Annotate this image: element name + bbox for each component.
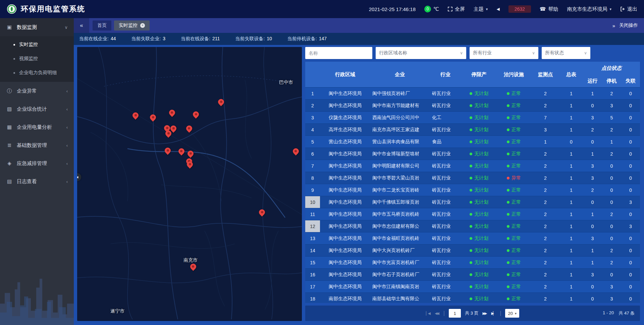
table-row[interactable]: 14阆中生态环境局阆中大兴页岩机砖厂砖瓦行业无计划正常21120 xyxy=(305,245,640,257)
map-pin-icon[interactable] xyxy=(132,112,139,121)
table-row[interactable]: 8阆中生态环境局阆中市枣碧大梁山页岩砖瓦行业无计划异常21300 xyxy=(305,172,640,184)
table-row[interactable]: 5营山生态环境局营山县润丰肉食品有限食品无计划正常10010 xyxy=(305,136,640,148)
limit-cell: 无计划 xyxy=(462,245,496,256)
stat-item: 当前失联设备:10 xyxy=(235,36,272,42)
status-dot-icon xyxy=(470,225,472,228)
map-pin-icon[interactable] xyxy=(193,111,199,120)
prev-page-button[interactable]: ◀◀ xyxy=(435,311,439,316)
fullscreen-button[interactable]: 全屏 xyxy=(448,6,465,12)
status-text: 无计划 xyxy=(474,199,488,205)
status-dot-icon xyxy=(470,273,472,276)
tab-首页[interactable]: 首页 xyxy=(93,20,111,31)
next-page-button[interactable]: ▶▶ xyxy=(482,311,487,316)
table-row[interactable]: 12阆中生态环境局阆中市忠信建材有限公砖瓦行业无计划正常21003 xyxy=(305,220,640,232)
map-pin-icon[interactable] xyxy=(150,114,156,123)
sidebar-section[interactable]: ▤日志查看‹ xyxy=(0,172,74,191)
facility-cell: 正常 xyxy=(496,124,531,136)
table-row[interactable]: 13阆中生态环境局阆中市金福旺页岩机砖砖瓦行业无计划正常21300 xyxy=(305,232,640,245)
map-pin-icon[interactable] xyxy=(169,109,175,118)
theme-dropdown[interactable]: 主题 ▾ xyxy=(474,6,488,12)
help-button[interactable]: ☎ 帮助 xyxy=(540,6,558,12)
region-cell: 阆中生态环境局 xyxy=(320,245,370,256)
chevron-collapsed-icon: ‹ xyxy=(66,107,68,112)
table-row[interactable]: 3仪陇生态环境局西南油气田分公司川中化工无计划正常71350 xyxy=(305,112,640,124)
region-filter-select[interactable]: 行政区域名称 ∨ xyxy=(376,47,466,59)
map-pin-icon[interactable] xyxy=(259,209,265,218)
map-pin-icon[interactable] xyxy=(164,147,171,156)
name-filter-input[interactable] xyxy=(305,47,372,59)
map-pin-icon[interactable] xyxy=(178,148,185,157)
region-cell: 阆中生态环境局 xyxy=(320,160,370,172)
table-row[interactable]: 1阆中生态环境局阆中强锐页岩砖厂砖瓦行业无计划正常21120 xyxy=(305,88,640,100)
table-row[interactable]: 7阆中生态环境局阆中明阳建材有限公司砖瓦行业无计划正常21300 xyxy=(305,160,640,172)
map-canvas[interactable]: 巴中市南充市遂宁市 ◀ xyxy=(77,47,302,321)
map-pin-icon[interactable] xyxy=(186,161,193,170)
page-size-select[interactable]: 20 ▾ xyxy=(505,309,519,318)
tab-scroll-right-button[interactable]: » xyxy=(612,23,615,29)
sidebar-subitem[interactable]: 企业电力负荷明细 xyxy=(0,66,74,80)
industry-cell: 砖瓦行业 xyxy=(429,184,462,196)
chevron-down-icon: ▾ xyxy=(609,7,611,11)
notice-count-badge[interactable]: 2632 xyxy=(508,5,531,13)
tab-实时监控[interactable]: 实时监控× xyxy=(114,20,150,31)
sidebar-section[interactable]: ⓘ企业异常‹ xyxy=(0,82,74,100)
sidebar-section-label: 企业综合统计 xyxy=(17,106,62,112)
tab-close-icon[interactable]: × xyxy=(140,23,145,28)
table-row[interactable]: 18南部生态环境局南部县础华土陶有限公砖瓦行业无计划正常21030 xyxy=(305,293,640,303)
first-page-button[interactable]: ▏◀ xyxy=(426,311,431,316)
map-pin-icon[interactable] xyxy=(218,99,224,107)
map-pin-icon[interactable] xyxy=(186,125,193,134)
map-pin-icon[interactable] xyxy=(190,263,197,272)
lost-cell: 0 xyxy=(621,257,640,268)
stop-cell: 0 xyxy=(602,220,621,232)
chevron-down-icon: ▾ xyxy=(486,7,488,11)
status-dot-icon xyxy=(470,237,472,240)
speaker-button[interactable]: ◀ xyxy=(496,7,499,11)
sidebar-subitem[interactable]: 实时监控 xyxy=(0,38,74,52)
table-row[interactable]: 11阆中生态环境局阆中市五马桥页岩机砖砖瓦行业无计划正常21120 xyxy=(305,208,640,220)
company-cell: 阆中市光富页岩机砖厂 xyxy=(370,257,429,268)
meter-cell: 1 xyxy=(559,148,583,160)
meter-cell: 1 xyxy=(559,293,583,303)
page-number-input[interactable]: 1 xyxy=(449,309,461,318)
sidebar-section[interactable]: ▣数据监测∨ xyxy=(0,18,74,36)
stop-cell: 0 xyxy=(602,184,621,196)
chevron-collapsed-icon: ‹ xyxy=(66,89,68,94)
map-pin-icon[interactable] xyxy=(292,148,299,157)
row-number-cell: 1 xyxy=(305,88,320,99)
status-dot-icon xyxy=(507,177,509,179)
status-dot-icon xyxy=(507,237,509,240)
sidebar-section[interactable]: ▧企业综合统计‹ xyxy=(0,100,74,118)
meter-cell: 1 xyxy=(559,281,583,292)
status-text: 无计划 xyxy=(474,211,488,217)
last-page-button[interactable]: ▶▏ xyxy=(491,311,496,316)
table-row[interactable]: 4高坪生态环境局南充市高坪区王家店建砖瓦行业无计划正常31220 xyxy=(305,124,640,136)
table-row[interactable]: 15阆中生态环境局阆中市光富页岩机砖厂砖瓦行业无计划正常21120 xyxy=(305,257,640,269)
table-row[interactable]: 10阆中生态环境局阆中千佛镇五郎垭页岩砖瓦行业无计划正常21003 xyxy=(305,196,640,208)
sidebar-section[interactable]: ≣基础数据管理‹ xyxy=(0,136,74,154)
points-cell: 3 xyxy=(531,124,559,136)
region-cell: 阆中生态环境局 xyxy=(320,220,370,232)
sidebar-section[interactable]: ▦企业用电量分析‹ xyxy=(0,118,74,136)
table-row[interactable]: 2阆中生态环境局阆中市南方节能建材有砖瓦行业无计划正常21030 xyxy=(305,100,640,112)
row-number-cell: 14 xyxy=(305,245,320,256)
status-filter-select[interactable]: 所有状态 ∨ xyxy=(542,47,590,59)
table-row[interactable]: 9阆中生态环境局阆中市二龙长宝页岩砖砖瓦行业无计划正常21200 xyxy=(305,184,640,196)
table-row[interactable]: 17阆中生态环境局阆中市江南镇阆南页岩砖瓦行业无计划正常21030 xyxy=(305,281,640,293)
sidebar-section[interactable]: ◈应急减排管理‹ xyxy=(0,154,74,172)
run-cell: 1 xyxy=(583,208,602,220)
close-operations-button[interactable]: 关闭操作 xyxy=(619,22,638,29)
sidebar-subitem[interactable]: 视频监控 xyxy=(0,52,74,66)
help-label: 帮助 xyxy=(548,6,558,12)
tab-scroll-left-button[interactable]: « xyxy=(74,18,89,33)
stop-cell: 2 xyxy=(602,148,621,160)
org-dropdown[interactable]: 南充市生态环境局 ▾ xyxy=(567,6,611,12)
industry-cell: 食品 xyxy=(429,136,462,148)
table-row[interactable]: 16阆中生态环境局阆中市石子页岩机砖厂砖瓦行业无计划正常21300 xyxy=(305,269,640,281)
table-row[interactable]: 6阆中生态环境局阆中市金博瑞新型墙材砖瓦行业无计划正常21120 xyxy=(305,148,640,160)
industry-filter-select[interactable]: 所有行业 ∨ xyxy=(470,47,538,59)
status-dot-icon xyxy=(507,297,509,300)
map-pin-icon[interactable] xyxy=(165,130,172,139)
row-number-cell: 18 xyxy=(305,293,320,303)
logout-button[interactable]: 退出 xyxy=(620,6,637,12)
